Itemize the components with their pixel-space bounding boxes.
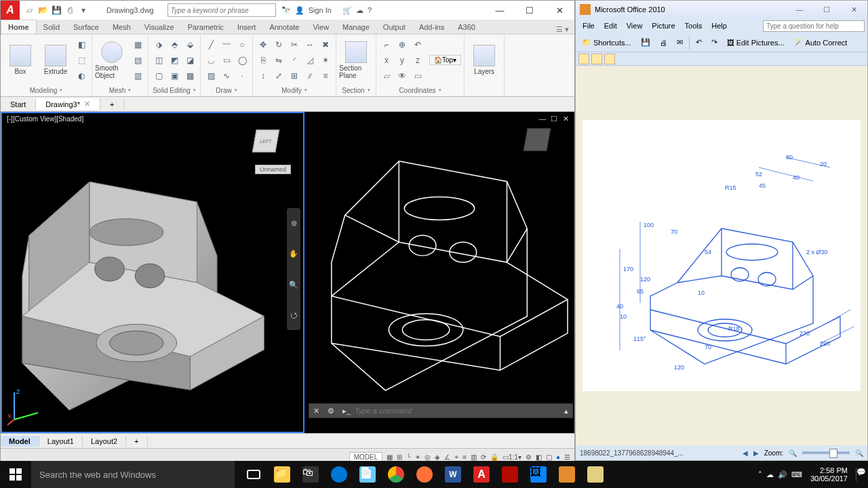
layout-add[interactable]: + (126, 436, 147, 447)
view-unnamed-badge[interactable]: Unnamed (255, 165, 291, 174)
help-icon[interactable]: ? (368, 6, 372, 14)
viewport-right[interactable]: —☐✕ (304, 112, 574, 433)
tab-visualize[interactable]: Visualize (138, 20, 181, 34)
mesh-refine-icon[interactable]: ▥ (130, 68, 145, 83)
viewport-label[interactable]: [-][Custom View][Shaded] (5, 115, 85, 123)
panel-title-modeling[interactable]: Modeling (3, 84, 89, 96)
zoom-icon[interactable]: 🔍 (289, 281, 298, 289)
save-icon[interactable]: 💾 (51, 5, 62, 16)
arc-icon[interactable]: ◡ (203, 53, 218, 68)
hatch-icon[interactable]: ▨ (203, 68, 218, 83)
box-button[interactable]: Box (3, 37, 37, 83)
viewport-left[interactable]: [-][Custom View][Shaded] LEFT Unnamed (1, 112, 304, 433)
menu-file[interactable]: File (578, 20, 599, 31)
ucs-obj-icon[interactable]: ▭ (410, 68, 425, 83)
status-polar-icon[interactable]: ✴ (415, 453, 420, 461)
scale-icon[interactable]: ⤢ (271, 68, 286, 83)
close-button[interactable]: ✕ (545, 1, 574, 20)
status-hw-icon[interactable]: ● (556, 453, 560, 461)
separate-icon[interactable]: ▣ (167, 68, 182, 83)
align-icon[interactable]: ≡ (318, 68, 333, 83)
start-button[interactable] (0, 461, 31, 488)
rectangle-icon[interactable]: ▭ (219, 53, 234, 68)
fullnav-icon[interactable]: ⊚ (291, 219, 297, 228)
rotate-icon[interactable]: ↻ (271, 37, 286, 52)
mso-zoomout-icon[interactable]: 🔍 (789, 449, 797, 457)
qat-more-icon[interactable]: ▾ (78, 5, 89, 16)
binoculars-icon[interactable]: 🔭 (281, 6, 291, 15)
tab-surface[interactable]: Surface (66, 20, 106, 34)
mso-prev-icon[interactable]: ◀ (743, 449, 748, 457)
spline-icon[interactable]: ∿ (219, 68, 234, 83)
cmd-expand-icon[interactable]: ▴ (560, 407, 572, 415)
mesh-more-icon[interactable]: ▦ (130, 37, 145, 52)
cmd-config-icon[interactable]: ⚙ (323, 407, 338, 415)
status-annoscale-icon[interactable]: 🔒 (490, 453, 498, 461)
ellipse-icon[interactable]: ◯ (235, 53, 250, 68)
clean-icon[interactable]: ▩ (182, 68, 197, 83)
app-misc-icon[interactable] (582, 461, 609, 488)
tab-parametric[interactable]: Parametric (181, 20, 231, 34)
open-icon[interactable]: 📂 (37, 5, 48, 16)
ucs-icon[interactable]: ⌐ (379, 37, 394, 52)
face-icon[interactable]: ◫ (151, 53, 166, 68)
pdf-icon[interactable] (496, 461, 524, 488)
trim-icon[interactable]: ✂ (287, 37, 302, 52)
array-icon[interactable]: ⊞ (287, 68, 302, 83)
tab-view[interactable]: View (306, 20, 336, 34)
tab-home[interactable]: Home (1, 20, 37, 34)
saveas-icon[interactable]: ⎙ (64, 5, 75, 16)
edge-icon[interactable]: ◩ (167, 53, 182, 68)
status-scale[interactable]: ▭ 1:1 ▾ (502, 453, 521, 461)
word-icon[interactable]: W (439, 461, 467, 488)
offset-icon[interactable]: ⫽ (302, 68, 317, 83)
ucs-view-icon[interactable]: 👁 (395, 68, 410, 83)
menu-picture[interactable]: Picture (648, 20, 679, 31)
viewcube-left[interactable]: LEFT (246, 125, 287, 162)
tray-cloud-icon[interactable]: ☁ (766, 470, 774, 479)
panel-title-mesh[interactable]: Mesh (95, 84, 145, 96)
menu-view[interactable]: View (623, 20, 647, 31)
status-osnap-icon[interactable]: ◎ (425, 453, 431, 461)
menu-tools[interactable]: Tools (681, 20, 707, 31)
tab-solid[interactable]: Solid (37, 20, 66, 34)
mso-next-icon[interactable]: ▶ (753, 449, 759, 457)
cmd-close-icon[interactable]: ✕ (309, 407, 323, 415)
layout-layout1[interactable]: Layout1 (39, 436, 83, 447)
mso-max-button[interactable]: ☐ (813, 5, 840, 14)
imprint-icon[interactable]: ◪ (182, 53, 197, 68)
notepad-icon[interactable]: 📄 (354, 461, 381, 488)
line-icon[interactable]: ╱ (203, 37, 218, 52)
ucs-z-icon[interactable]: z (410, 53, 425, 68)
view-single-icon[interactable] (604, 54, 615, 64)
viewcube-right[interactable] (517, 124, 558, 161)
doctab-start[interactable]: Start (1, 99, 36, 110)
tray-lang-icon[interactable]: ⌨ (791, 470, 802, 479)
notifications-icon[interactable]: 💬 (856, 468, 865, 481)
status-snap-icon[interactable]: ⊞ (397, 453, 402, 461)
tab-addins[interactable]: Add-ins (412, 20, 451, 34)
ucs-world-icon[interactable]: ⊕ (395, 37, 410, 52)
extrude-button[interactable]: Extrude (39, 37, 73, 83)
polysolid-icon[interactable]: ◧ (74, 37, 89, 52)
panel-title-section[interactable]: Section (339, 84, 373, 96)
view-thumb-icon[interactable] (578, 54, 589, 64)
taskview-icon[interactable] (240, 461, 267, 488)
panel-title-draw[interactable]: Draw (203, 84, 250, 96)
vp-min-icon[interactable]: — (538, 115, 547, 123)
shortcuts-button[interactable]: 📁 Shortcuts... (578, 37, 635, 48)
coords-view-dropdown[interactable]: 🏠 Top ▾ (429, 55, 461, 65)
firefox-icon[interactable] (411, 461, 438, 488)
chamfer-icon[interactable]: ◿ (302, 53, 317, 68)
panel-title-modify[interactable]: Modify (256, 84, 333, 96)
exchange-icon[interactable]: 🛒 (336, 6, 352, 15)
picmgr-icon[interactable] (553, 461, 580, 488)
tray-volume-icon[interactable]: 🔊 (778, 470, 787, 479)
status-dyn-icon[interactable]: + (454, 453, 458, 461)
photos-icon[interactable]: 🖼 (525, 461, 552, 488)
subtract-icon[interactable]: ⬘ (167, 37, 182, 52)
status-trans-icon[interactable]: ▥ (471, 453, 477, 461)
status-lwt-icon[interactable]: ≡ (462, 453, 467, 461)
status-ortho-icon[interactable]: └ (406, 453, 411, 461)
taskbar-search[interactable]: Search the web and Windows (31, 461, 235, 488)
